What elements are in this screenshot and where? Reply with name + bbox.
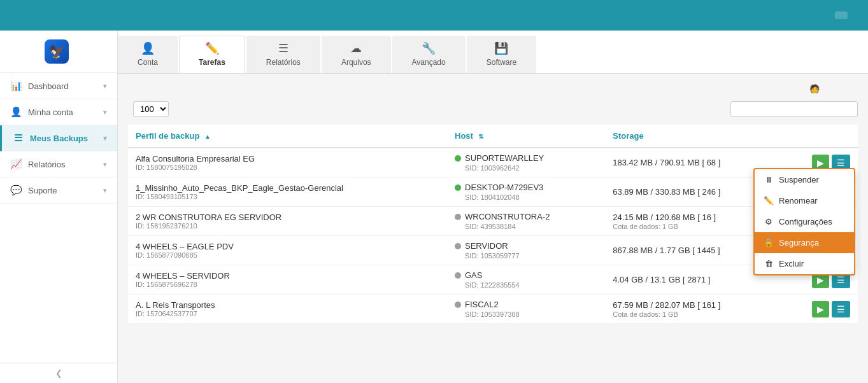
sidebar-item-left: ☰ Meus Backups bbox=[12, 132, 88, 144]
host-sid-1: SID: 1804102048 bbox=[465, 193, 597, 201]
host-name-1: DESKTOP-M729EV3 bbox=[465, 183, 543, 192]
tab-label-relatorios: Relatórios bbox=[266, 58, 301, 67]
sidebar-label-minha-conta: Minha conta bbox=[28, 108, 73, 117]
context-menu-item-excluir[interactable]: 🗑 Excluir bbox=[755, 253, 854, 274]
host-cell-2: WRCONSTRUTORA-2 SID: 439538184 bbox=[447, 207, 605, 236]
host-cell-5: FISCAL2 SID: 1053397388 bbox=[447, 295, 605, 324]
sidebar: 📊 Dashboard ▾ 👤 Minha conta ▾ ☰ Meus Bac… bbox=[0, 31, 118, 383]
topbar-menu-button[interactable] bbox=[835, 11, 848, 19]
table-row: 4 WHEELS – SERVIDOR ID: 1565875696278 GA… bbox=[128, 265, 858, 295]
sidebar-item-minha-conta[interactable]: 👤 Minha conta ▾ bbox=[0, 99, 117, 125]
profile-id-4: ID: 1565875696278 bbox=[136, 281, 439, 288]
col-host[interactable]: Host ⇅ bbox=[447, 125, 605, 148]
layout: 📊 Dashboard ▾ 👤 Minha conta ▾ ☰ Meus Bac… bbox=[0, 31, 868, 383]
context-menu-item-renomear[interactable]: ✏️ Renomear bbox=[755, 190, 854, 211]
tab-label-conta: Conta bbox=[138, 58, 158, 67]
sidebar-chevron-suporte: ▾ bbox=[103, 186, 107, 195]
sidebar-icon-meus-backups: ☰ bbox=[12, 132, 24, 144]
status-dot-5 bbox=[455, 302, 461, 308]
tab-conta[interactable]: 👤 Conta bbox=[118, 36, 178, 73]
context-menu-item-configuracoes[interactable]: ⚙ Configurações bbox=[755, 211, 854, 232]
tab-icon-relatorios: ☰ bbox=[278, 41, 288, 55]
host-cell-4: GAS SID: 1222835554 bbox=[447, 265, 605, 295]
sidebar-item-left: 📊 Dashboard bbox=[10, 80, 69, 92]
sidebar-label-relatorios: Relatórios bbox=[28, 160, 66, 169]
context-label-configuracoes: Configurações bbox=[779, 217, 832, 226]
search-input[interactable] bbox=[730, 101, 858, 117]
sidebar-item-left: 💬 Suporte bbox=[10, 185, 57, 196]
host-sid-2: SID: 439538184 bbox=[465, 223, 597, 230]
sidebar-logo bbox=[0, 31, 117, 73]
profile-name-5: A. L Reis Transportes bbox=[136, 300, 439, 310]
profile-cell-2: 2 WR CONSTRUTORA EG SERVIDOR ID: 1581952… bbox=[128, 207, 447, 236]
tab-label-software: Software bbox=[487, 58, 516, 67]
profile-id-0: ID: 1580075195028 bbox=[136, 164, 439, 171]
quota-5: Cota de dados: 1 GB bbox=[613, 310, 773, 318]
context-icon-seguranca: 🔒 bbox=[764, 238, 774, 247]
sidebar-collapse-button[interactable]: ❮ bbox=[0, 363, 117, 383]
tab-arquivos[interactable]: ☁ Arquivos bbox=[322, 36, 391, 73]
logo-icon bbox=[45, 39, 69, 64]
host-name-5: FISCAL2 bbox=[465, 300, 499, 309]
storage-value-1: 63.89 MB / 330.83 MB [ 246 ] bbox=[613, 187, 773, 197]
menu-button-5[interactable]: ☰ bbox=[832, 301, 850, 317]
topbar bbox=[0, 0, 868, 31]
tab-icon-tarefas: ✏️ bbox=[205, 41, 219, 55]
tab-avancado[interactable]: 🔧 Avançado bbox=[392, 36, 466, 73]
per-page-select[interactable]: 100 50 25 bbox=[133, 101, 169, 117]
profile-name-3: 4 WHEELS – EAGLE PDV bbox=[136, 242, 439, 251]
sidebar-chevron-minha-conta: ▾ bbox=[103, 108, 107, 116]
sidebar-icon-suporte: 💬 bbox=[10, 185, 22, 196]
table-row: 4 WHEELS – EAGLE PDV ID: 1565877090685 S… bbox=[128, 236, 858, 265]
toolbar-right bbox=[730, 101, 858, 117]
backup-user-icon: 🧑 bbox=[809, 84, 820, 94]
col-profile[interactable]: Perfil de backup ▲ bbox=[128, 125, 447, 148]
tab-label-arquivos: Arquivos bbox=[341, 58, 371, 67]
context-label-seguranca: Segurança bbox=[779, 238, 819, 247]
tab-icon-conta: 👤 bbox=[141, 41, 155, 55]
status-dot-4 bbox=[455, 272, 461, 279]
sidebar-item-dashboard[interactable]: 📊 Dashboard ▾ bbox=[0, 73, 117, 99]
context-menu-item-suspender[interactable]: ⏸ Suspender bbox=[755, 169, 854, 190]
main-content: 🧑 100 50 25 bbox=[118, 74, 868, 383]
host-name-2: WRCONSTRUTORA-2 bbox=[465, 212, 550, 221]
tab-label-avancado: Avançado bbox=[412, 58, 446, 67]
logo-box bbox=[45, 39, 73, 64]
sidebar-icon-minha-conta: 👤 bbox=[10, 106, 22, 118]
storage-cell-5: 67.59 MB / 282.07 MB [ 161 ] Cota de dad… bbox=[605, 295, 781, 324]
sidebar-icon-relatorios: 📈 bbox=[10, 158, 22, 170]
host-sid-0: SID: 1003962642 bbox=[465, 164, 597, 172]
sidebar-item-meus-backups[interactable]: ☰ Meus Backups ▾ bbox=[0, 125, 117, 151]
profile-name-4: 4 WHEELS – SERVIDOR bbox=[136, 271, 439, 281]
backup-header: 🧑 bbox=[128, 84, 858, 94]
profile-name-2: 2 WR CONSTRUTORA EG SERVIDOR bbox=[136, 212, 439, 222]
context-icon-excluir: 🗑 bbox=[764, 259, 774, 268]
tab-software[interactable]: 💾 Software bbox=[467, 36, 536, 73]
tab-tarefas[interactable]: ✏️ Tarefas bbox=[179, 36, 245, 73]
sidebar-item-suporte[interactable]: 💬 Suporte ▾ bbox=[0, 178, 117, 204]
tab-relatorios[interactable]: ☰ Relatórios bbox=[246, 36, 320, 73]
profile-id-2: ID: 1581952376210 bbox=[136, 222, 439, 230]
sort-host-icon: ⇅ bbox=[478, 133, 483, 140]
main-area: 👤 Conta ✏️ Tarefas ☰ Relatórios ☁ Arquiv… bbox=[118, 31, 868, 383]
profile-cell-1: 1_Missinho_Auto_Pecas_BKP_Eagle_Gestao-G… bbox=[128, 178, 447, 207]
status-dot-3 bbox=[455, 243, 461, 249]
storage-value-2: 24.15 MB / 120.68 MB [ 16 ] bbox=[613, 212, 773, 222]
profile-cell-5: A. L Reis Transportes ID: 1570642537707 bbox=[128, 295, 447, 324]
action-cell-5: ▶ ☰ bbox=[781, 295, 858, 324]
play-button-5[interactable]: ▶ bbox=[812, 301, 829, 317]
host-cell-1: DESKTOP-M729EV3 SID: 1804102048 bbox=[447, 178, 605, 207]
col-storage: Storage bbox=[605, 125, 781, 148]
storage-value-5: 67.59 MB / 282.07 MB [ 161 ] bbox=[613, 300, 773, 310]
context-icon-configuracoes: ⚙ bbox=[764, 217, 774, 226]
context-label-renomear: Renomear bbox=[779, 196, 818, 205]
sidebar-item-relatorios[interactable]: 📈 Relatórios ▾ bbox=[0, 151, 117, 178]
context-menu-item-seguranca[interactable]: 🔒 Segurança bbox=[755, 232, 854, 253]
sidebar-chevron-relatorios: ▾ bbox=[103, 160, 107, 169]
sidebar-item-left: 📈 Relatórios bbox=[10, 158, 66, 170]
sidebar-label-suporte: Suporte bbox=[28, 186, 57, 195]
context-icon-suspender: ⏸ bbox=[764, 175, 774, 185]
table-row: A. L Reis Transportes ID: 1570642537707 … bbox=[128, 295, 858, 324]
table-header-row: Perfil de backup ▲ Host ⇅ Storage bbox=[128, 125, 858, 148]
backup-name-display: 🧑 bbox=[809, 84, 820, 94]
